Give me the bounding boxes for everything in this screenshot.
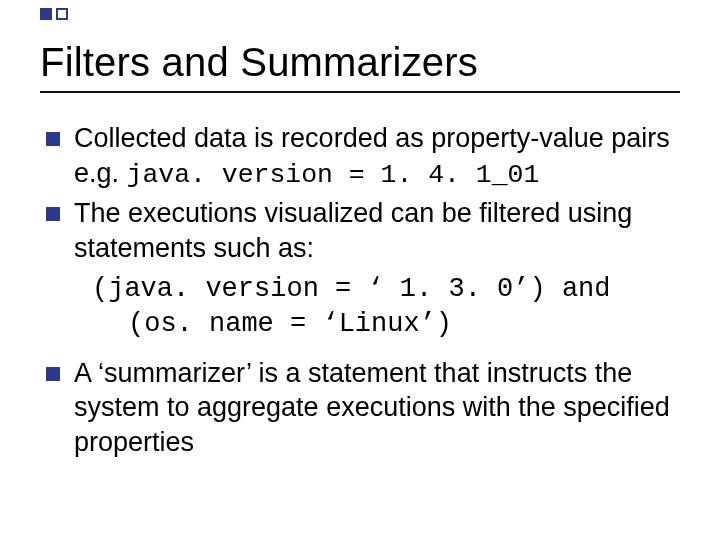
slide: Filters and Summarizers Collected data i…: [0, 0, 720, 540]
list-item: The executions visualized can be filtere…: [46, 196, 680, 265]
list-item: A ‘summarizer’ is a statement that instr…: [46, 356, 680, 460]
bullet-text: A ‘summarizer’ is a statement that instr…: [74, 356, 680, 460]
bullet-list: Collected data is recorded as property-v…: [40, 121, 680, 266]
decorative-squares: [40, 8, 68, 20]
bullet-pre: A ‘summarizer’ is a statement that instr…: [74, 358, 670, 457]
bullet-square-icon: [46, 132, 60, 146]
square-icon: [40, 8, 52, 20]
bullet-square-icon: [46, 367, 60, 381]
bullet-list: A ‘summarizer’ is a statement that instr…: [40, 356, 680, 460]
code-block: (java. version = ‘ 1. 3. 0’) and (os. na…: [92, 272, 680, 342]
bullet-square-icon: [46, 207, 60, 221]
slide-title: Filters and Summarizers: [40, 40, 680, 85]
bullet-text: Collected data is recorded as property-v…: [74, 121, 680, 192]
bullet-pre: The executions visualized can be filtere…: [74, 198, 632, 263]
square-outline-icon: [56, 8, 68, 20]
list-item: Collected data is recorded as property-v…: [46, 121, 680, 192]
title-divider: [40, 91, 680, 93]
bullet-text: The executions visualized can be filtere…: [74, 196, 680, 265]
bullet-code: java. version = 1. 4. 1_01: [127, 160, 540, 190]
code-line: (java. version = ‘ 1. 3. 0’) and: [92, 272, 680, 307]
code-line: (os. name = ‘Linux’): [92, 307, 680, 342]
